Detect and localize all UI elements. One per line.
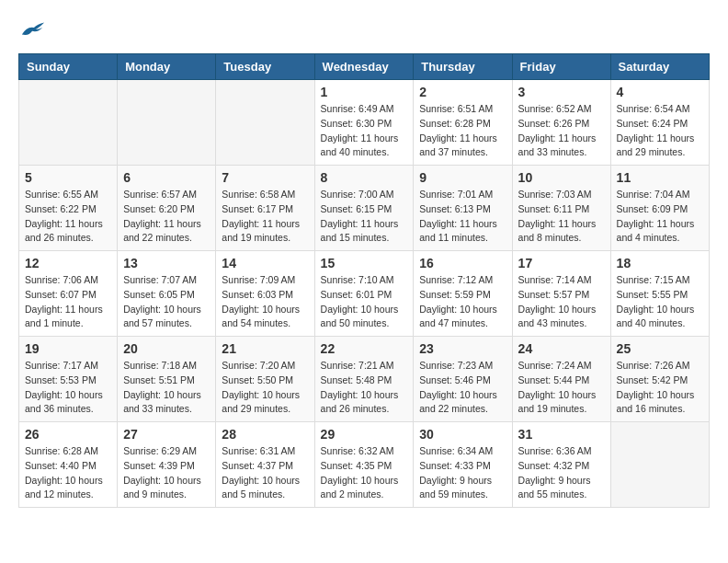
day-number: 22 [321,341,408,356]
calendar-cell: 10Sunrise: 7:03 AM Sunset: 6:11 PM Dayli… [512,166,610,251]
day-info: Sunrise: 6:52 AM Sunset: 6:26 PM Dayligh… [518,102,605,160]
day-number: 24 [518,341,605,356]
calendar-cell: 18Sunrise: 7:15 AM Sunset: 5:55 PM Dayli… [610,251,709,337]
day-number: 31 [518,427,605,442]
day-info: Sunrise: 6:34 AM Sunset: 4:33 PM Dayligh… [419,444,506,502]
day-number: 1 [321,85,408,99]
day-info: Sunrise: 7:07 AM Sunset: 6:05 PM Dayligh… [123,273,210,331]
calendar-cell: 31Sunrise: 6:36 AM Sunset: 4:32 PM Dayli… [512,422,610,508]
day-info: Sunrise: 7:12 AM Sunset: 5:59 PM Dayligh… [419,273,506,331]
day-info: Sunrise: 6:58 AM Sunset: 6:17 PM Dayligh… [222,188,308,246]
day-info: Sunrise: 7:14 AM Sunset: 5:57 PM Dayligh… [518,273,605,331]
day-info: Sunrise: 7:21 AM Sunset: 5:48 PM Dayligh… [321,359,408,417]
calendar-cell: 3Sunrise: 6:52 AM Sunset: 6:26 PM Daylig… [512,80,610,166]
day-number: 15 [321,256,408,270]
calendar-cell: 20Sunrise: 7:18 AM Sunset: 5:51 PM Dayli… [118,337,216,422]
calendar-week-row: 12Sunrise: 7:06 AM Sunset: 6:07 PM Dayli… [19,251,710,337]
day-info: Sunrise: 7:15 AM Sunset: 5:55 PM Dayligh… [617,273,703,331]
day-number: 25 [617,341,703,356]
day-info: Sunrise: 6:55 AM Sunset: 6:22 PM Dayligh… [25,188,111,246]
day-of-week-header: Friday [512,54,610,80]
day-info: Sunrise: 7:09 AM Sunset: 6:03 PM Dayligh… [222,273,308,331]
calendar-cell: 13Sunrise: 7:07 AM Sunset: 6:05 PM Dayli… [118,251,216,337]
day-info: Sunrise: 7:23 AM Sunset: 5:46 PM Dayligh… [419,359,506,417]
logo-bird-icon [20,18,46,39]
day-number: 21 [222,341,308,356]
day-number: 13 [123,256,210,270]
day-info: Sunrise: 6:36 AM Sunset: 4:32 PM Dayligh… [518,444,605,502]
calendar-cell: 2Sunrise: 6:51 AM Sunset: 6:28 PM Daylig… [414,80,512,166]
calendar-cell [118,80,216,166]
day-of-week-header: Wednesday [314,54,414,80]
day-info: Sunrise: 7:18 AM Sunset: 5:51 PM Dayligh… [123,359,210,417]
calendar-cell: 25Sunrise: 7:26 AM Sunset: 5:42 PM Dayli… [610,337,709,422]
page-header [18,18,710,39]
day-number: 20 [123,341,210,356]
day-info: Sunrise: 7:17 AM Sunset: 5:53 PM Dayligh… [25,359,111,417]
day-number: 29 [321,427,408,442]
calendar-cell: 8Sunrise: 7:00 AM Sunset: 6:15 PM Daylig… [314,166,414,251]
day-number: 19 [25,341,111,356]
calendar-cell: 12Sunrise: 7:06 AM Sunset: 6:07 PM Dayli… [19,251,118,337]
calendar-body: 1Sunrise: 6:49 AM Sunset: 6:30 PM Daylig… [19,80,710,508]
day-of-week-row: SundayMondayTuesdayWednesdayThursdayFrid… [19,54,710,80]
day-of-week-header: Saturday [610,54,709,80]
calendar-cell: 29Sunrise: 6:32 AM Sunset: 4:35 PM Dayli… [314,422,414,508]
day-info: Sunrise: 6:28 AM Sunset: 4:40 PM Dayligh… [25,444,111,502]
calendar-cell: 16Sunrise: 7:12 AM Sunset: 5:59 PM Dayli… [414,251,512,337]
day-number: 12 [25,256,111,270]
calendar-cell: 30Sunrise: 6:34 AM Sunset: 4:33 PM Dayli… [414,422,512,508]
calendar-cell [19,80,118,166]
calendar-cell: 27Sunrise: 6:29 AM Sunset: 4:39 PM Dayli… [118,422,216,508]
calendar-cell: 24Sunrise: 7:24 AM Sunset: 5:44 PM Dayli… [512,337,610,422]
day-number: 5 [25,170,111,185]
calendar-cell: 7Sunrise: 6:58 AM Sunset: 6:17 PM Daylig… [216,166,314,251]
calendar-cell: 28Sunrise: 6:31 AM Sunset: 4:37 PM Dayli… [216,422,314,508]
calendar-cell: 21Sunrise: 7:20 AM Sunset: 5:50 PM Dayli… [216,337,314,422]
calendar-cell: 15Sunrise: 7:10 AM Sunset: 6:01 PM Dayli… [314,251,414,337]
calendar-cell: 6Sunrise: 6:57 AM Sunset: 6:20 PM Daylig… [118,166,216,251]
day-number: 26 [25,427,111,442]
day-number: 16 [419,256,506,270]
day-number: 23 [419,341,506,356]
day-info: Sunrise: 6:51 AM Sunset: 6:28 PM Dayligh… [419,102,506,160]
day-number: 28 [222,427,308,442]
day-number: 27 [123,427,210,442]
day-info: Sunrise: 6:31 AM Sunset: 4:37 PM Dayligh… [222,444,308,502]
day-of-week-header: Sunday [19,54,118,80]
day-number: 7 [222,170,308,185]
calendar-week-row: 1Sunrise: 6:49 AM Sunset: 6:30 PM Daylig… [19,80,710,166]
calendar-cell: 4Sunrise: 6:54 AM Sunset: 6:24 PM Daylig… [610,80,709,166]
day-info: Sunrise: 7:20 AM Sunset: 5:50 PM Dayligh… [222,359,308,417]
day-info: Sunrise: 7:00 AM Sunset: 6:15 PM Dayligh… [321,188,408,246]
day-info: Sunrise: 7:26 AM Sunset: 5:42 PM Dayligh… [617,359,703,417]
calendar-week-row: 5Sunrise: 6:55 AM Sunset: 6:22 PM Daylig… [19,166,710,251]
day-number: 4 [617,85,703,99]
day-info: Sunrise: 6:54 AM Sunset: 6:24 PM Dayligh… [617,102,703,160]
day-info: Sunrise: 7:06 AM Sunset: 6:07 PM Dayligh… [25,273,111,331]
day-number: 10 [518,170,605,185]
day-info: Sunrise: 7:10 AM Sunset: 6:01 PM Dayligh… [321,273,408,331]
day-info: Sunrise: 7:24 AM Sunset: 5:44 PM Dayligh… [518,359,605,417]
calendar-cell [610,422,709,508]
day-info: Sunrise: 6:32 AM Sunset: 4:35 PM Dayligh… [321,444,408,502]
calendar-cell: 22Sunrise: 7:21 AM Sunset: 5:48 PM Dayli… [314,337,414,422]
day-number: 18 [617,256,703,270]
day-info: Sunrise: 6:57 AM Sunset: 6:20 PM Dayligh… [123,188,210,246]
day-number: 3 [518,85,605,99]
day-info: Sunrise: 7:03 AM Sunset: 6:11 PM Dayligh… [518,188,605,246]
calendar-table: SundayMondayTuesdayWednesdayThursdayFrid… [18,53,710,508]
calendar-cell: 19Sunrise: 7:17 AM Sunset: 5:53 PM Dayli… [19,337,118,422]
day-of-week-header: Thursday [414,54,512,80]
calendar-cell: 1Sunrise: 6:49 AM Sunset: 6:30 PM Daylig… [314,80,414,166]
day-number: 9 [419,170,506,185]
day-number: 14 [222,256,308,270]
day-of-week-header: Tuesday [216,54,314,80]
day-number: 17 [518,256,605,270]
calendar-cell: 11Sunrise: 7:04 AM Sunset: 6:09 PM Dayli… [610,166,709,251]
day-info: Sunrise: 6:49 AM Sunset: 6:30 PM Dayligh… [321,102,408,160]
calendar-week-row: 26Sunrise: 6:28 AM Sunset: 4:40 PM Dayli… [19,422,710,508]
day-number: 8 [321,170,408,185]
calendar-week-row: 19Sunrise: 7:17 AM Sunset: 5:53 PM Dayli… [19,337,710,422]
calendar-cell: 17Sunrise: 7:14 AM Sunset: 5:57 PM Dayli… [512,251,610,337]
